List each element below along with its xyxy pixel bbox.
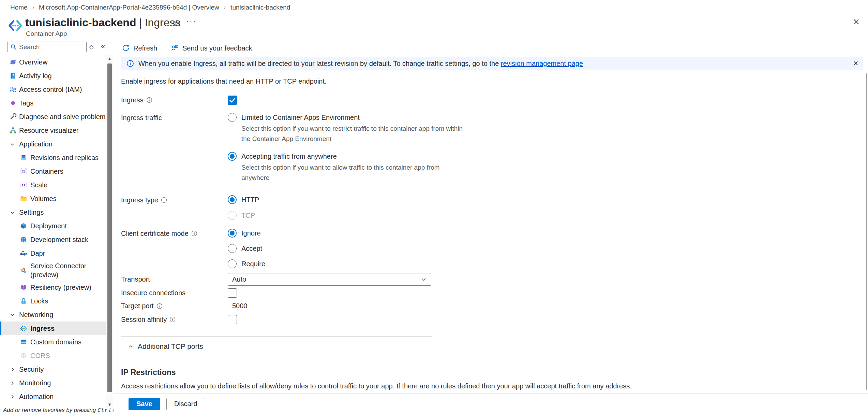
cert-option-accept[interactable]: Accept xyxy=(228,244,265,253)
main-scrollbar[interactable] xyxy=(866,73,867,390)
info-icon[interactable] xyxy=(161,197,167,203)
sidebar-group-networking[interactable]: Networking xyxy=(0,308,106,322)
search-input[interactable] xyxy=(19,43,74,51)
cert-option-ignore[interactable]: Ignore xyxy=(228,229,265,238)
radio-selected[interactable] xyxy=(228,152,237,161)
radio-disabled xyxy=(228,211,237,220)
sidebar-item-resource-visualizer[interactable]: Resource visualizer xyxy=(0,124,106,137)
chevron-down-icon xyxy=(10,210,15,215)
more-options-icon[interactable]: ··· xyxy=(186,16,196,26)
svg-text:www: www xyxy=(21,342,26,344)
sidebar-item-access-control[interactable]: Access control (IAM) xyxy=(0,83,106,96)
sidebar-item-tags[interactable]: Tags xyxy=(0,96,106,110)
info-icon[interactable] xyxy=(146,97,152,103)
sidebar-item-custom-domains[interactable]: www Custom domains xyxy=(0,335,106,349)
breadcrumb-separator: › xyxy=(224,4,226,11)
session-affinity-checkbox[interactable] xyxy=(228,315,237,324)
ip-restrictions-heading: IP Restrictions xyxy=(121,368,868,377)
sidebar-group-automation[interactable]: Automation xyxy=(0,390,106,403)
target-port-label: Target port xyxy=(121,301,228,311)
container-app-icon xyxy=(8,18,23,33)
discard-button[interactable]: Discard xyxy=(166,398,205,410)
info-icon[interactable] xyxy=(169,316,176,323)
transport-label: Transport xyxy=(121,275,228,284)
additional-tcp-ports-toggle[interactable]: Additional TCP ports xyxy=(128,341,868,352)
ingress-form: Enable ingress for applications that nee… xyxy=(114,77,868,414)
sidebar-item-deployment[interactable]: Deployment xyxy=(0,219,106,233)
globe-icon xyxy=(20,352,27,359)
chevron-down-icon xyxy=(421,276,427,283)
feedback-button[interactable]: Send us your feedback xyxy=(171,44,252,52)
breadcrumb-overview[interactable]: Microsoft.App-ContainerApp-Portal-4e2358… xyxy=(39,4,219,11)
radio-unselected[interactable] xyxy=(228,259,237,268)
sidebar-item-service-connector[interactable]: Service Connector (preview) xyxy=(0,260,106,281)
pin-menu-icon[interactable]: ◇ xyxy=(89,44,93,50)
insecure-label: Insecure connections xyxy=(121,288,228,298)
dapr-icon: dapr xyxy=(20,249,27,257)
banner-close-icon[interactable]: ✕ xyxy=(853,59,858,67)
sidebar-item-resiliency[interactable]: Resiliency (preview) xyxy=(0,281,106,294)
sidebar-group-monitoring[interactable]: Monitoring xyxy=(0,376,106,390)
sidebar-item-volumes[interactable]: Volumes xyxy=(0,192,106,205)
traffic-option-anywhere[interactable]: Accepting traffic from anywhere Select t… xyxy=(228,152,468,183)
save-button[interactable]: Save xyxy=(129,398,160,410)
tag-icon xyxy=(9,99,17,107)
favorite-star-icon[interactable]: ☆ xyxy=(173,18,181,29)
refresh-icon xyxy=(122,44,130,52)
scroll-down-icon[interactable]: ▼ xyxy=(106,402,113,407)
sidebar-item-locks[interactable]: Locks xyxy=(0,294,106,308)
sidebar-item-cors[interactable]: CORS xyxy=(0,349,106,362)
scrollbar-thumb[interactable] xyxy=(107,63,112,392)
command-bar: Refresh Send us your feedback xyxy=(122,42,868,54)
sidebar: ◇ « Overview Activity log Access control… xyxy=(0,38,114,414)
target-port-input[interactable] xyxy=(228,300,431,312)
radio-selected[interactable] xyxy=(228,195,237,204)
chevron-right-icon xyxy=(10,394,15,400)
info-icon[interactable] xyxy=(191,230,197,237)
resource-type-label: Container App xyxy=(26,30,67,38)
sidebar-item-scale[interactable]: Scale xyxy=(0,178,106,192)
sidebar-group-application[interactable]: Application xyxy=(0,137,106,151)
breadcrumb-current[interactable]: tunisiaclinic-backend xyxy=(230,4,290,11)
sidebar-item-overview[interactable]: Overview xyxy=(0,55,106,69)
banner-text: When you enable Ingress, all traffic wil… xyxy=(138,60,583,68)
sidebar-group-settings[interactable]: Settings xyxy=(0,205,106,219)
www-icon: www xyxy=(20,338,27,346)
transport-select[interactable]: Auto xyxy=(228,273,431,286)
refresh-button[interactable]: Refresh xyxy=(122,44,157,52)
main-content: Refresh Send us your feedback When you e… xyxy=(114,38,868,414)
client-cert-label: Client certificate mode xyxy=(121,229,228,238)
radio-unselected[interactable] xyxy=(228,113,237,122)
traffic-option-limited[interactable]: Limited to Container Apps Environment Se… xyxy=(228,113,468,144)
sidebar-item-containers[interactable]: Containers xyxy=(0,165,106,178)
sidebar-search[interactable] xyxy=(7,42,87,52)
scroll-up-icon[interactable]: ▲ xyxy=(106,56,113,61)
sidebar-item-diagnose[interactable]: Diagnose and solve problems xyxy=(0,110,106,124)
sidebar-search-row: ◇ « xyxy=(0,41,114,53)
cert-option-require[interactable]: Require xyxy=(228,259,265,268)
ingress-icon xyxy=(20,325,27,332)
info-icon xyxy=(126,60,134,67)
insecure-checkbox[interactable] xyxy=(228,288,237,298)
sidebar-item-dapr[interactable]: dapr Dapr xyxy=(0,246,106,260)
revisions-icon xyxy=(20,154,27,161)
info-icon[interactable] xyxy=(156,303,163,309)
sidebar-group-security[interactable]: Security xyxy=(0,362,106,376)
revision-management-link[interactable]: revision management page xyxy=(501,60,583,67)
lock-icon xyxy=(20,297,27,305)
radio-selected[interactable] xyxy=(228,229,237,238)
collapse-menu-icon[interactable]: « xyxy=(101,42,105,51)
sidebar-item-activity-log[interactable]: Activity log xyxy=(0,69,106,83)
ingress-checkbox[interactable] xyxy=(228,96,237,105)
sidebar-item-development-stack[interactable]: () Development stack xyxy=(0,233,106,246)
breadcrumb-home[interactable]: Home xyxy=(10,4,28,11)
type-option-http[interactable]: HTTP xyxy=(228,195,259,204)
sidebar-item-revisions[interactable]: Revisions and replicas xyxy=(0,151,106,165)
sidebar-item-ingress[interactable]: Ingress xyxy=(0,322,106,335)
close-blade-icon[interactable]: ✕ xyxy=(853,17,860,27)
azure-portal-page: Home › Microsoft.App-ContainerApp-Portal… xyxy=(0,0,868,414)
page-title: tunisiaclinic-backend| Ingress xyxy=(25,16,181,29)
sidebar-scrollbar[interactable]: ▲ ▼ xyxy=(106,55,113,408)
feedback-icon xyxy=(171,44,179,52)
radio-unselected[interactable] xyxy=(228,244,237,253)
